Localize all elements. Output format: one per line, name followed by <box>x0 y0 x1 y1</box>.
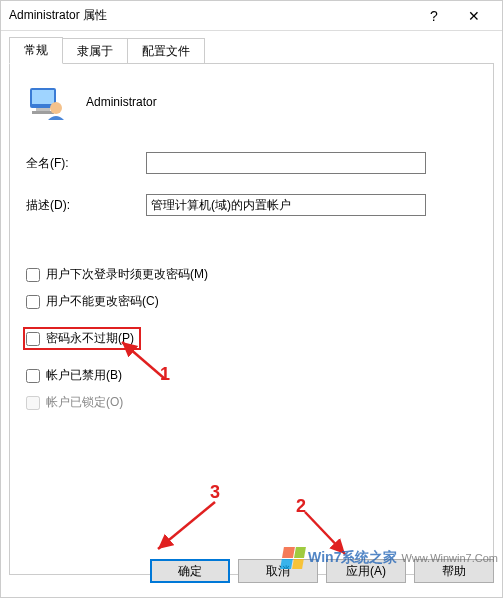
description-label: 描述(D): <box>26 197 146 214</box>
checkbox-locked-box <box>26 396 40 410</box>
help-icon[interactable]: ? <box>414 1 454 31</box>
close-icon[interactable]: ✕ <box>454 1 494 31</box>
window-title: Administrator 属性 <box>9 7 414 24</box>
titlebar: Administrator 属性 ? ✕ <box>1 1 502 31</box>
user-account-icon <box>26 82 66 122</box>
checkbox-cannotchange-label: 用户不能更改密码(C) <box>46 293 159 310</box>
svg-rect-2 <box>36 108 50 111</box>
checkbox-neverexpire[interactable]: 密码永不过期(P) <box>26 330 138 347</box>
properties-dialog: Administrator 属性 ? ✕ 常规 隶属于 配置文件 Adminis… <box>0 0 503 598</box>
field-description: 描述(D): <box>26 194 477 216</box>
annotation-3: 3 <box>210 482 220 503</box>
svg-rect-1 <box>32 90 54 104</box>
svg-line-6 <box>158 502 215 549</box>
checkbox-disabled-label: 帐户已禁用(B) <box>46 367 122 384</box>
tab-profile[interactable]: 配置文件 <box>127 38 205 64</box>
checkbox-locked-label: 帐户已锁定(O) <box>46 394 123 411</box>
ok-button[interactable]: 确定 <box>150 559 230 583</box>
cancel-button[interactable]: 取消 <box>238 559 318 583</box>
tabstrip: 常规 隶属于 配置文件 <box>1 31 502 63</box>
description-input[interactable] <box>146 194 426 216</box>
dialog-buttons: 确定 取消 应用(A) 帮助 <box>150 559 494 583</box>
svg-point-4 <box>50 102 62 114</box>
user-name: Administrator <box>86 95 157 109</box>
apply-button[interactable]: 应用(A) <box>326 559 406 583</box>
checkbox-locked: 帐户已锁定(O) <box>26 394 477 411</box>
checkbox-mustchange-box[interactable] <box>26 268 40 282</box>
annotation-2: 2 <box>296 496 306 517</box>
help-button[interactable]: 帮助 <box>414 559 494 583</box>
checkbox-cannotchange[interactable]: 用户不能更改密码(C) <box>26 293 477 310</box>
user-header: Administrator <box>26 82 477 122</box>
checkbox-mustchange[interactable]: 用户下次登录时须更改密码(M) <box>26 266 477 283</box>
fullname-label: 全名(F): <box>26 155 146 172</box>
tab-general[interactable]: 常规 <box>9 37 63 64</box>
annotation-arrow-3 <box>140 494 230 559</box>
fullname-input[interactable] <box>146 152 426 174</box>
tab-memberof[interactable]: 隶属于 <box>62 38 128 64</box>
checkbox-mustchange-label: 用户下次登录时须更改密码(M) <box>46 266 208 283</box>
checkbox-disabled[interactable]: 帐户已禁用(B) <box>26 367 477 384</box>
svg-line-7 <box>305 512 345 554</box>
field-fullname: 全名(F): <box>26 152 477 174</box>
annotation-arrow-2 <box>290 504 380 564</box>
tab-panel-general: Administrator 全名(F): 描述(D): 用户下次登录时须更改密码… <box>9 63 494 575</box>
checkbox-neverexpire-label: 密码永不过期(P) <box>46 330 134 347</box>
svg-rect-3 <box>32 111 54 114</box>
checkbox-disabled-box[interactable] <box>26 369 40 383</box>
checkbox-cannotchange-box[interactable] <box>26 295 40 309</box>
checkbox-neverexpire-box[interactable] <box>26 332 40 346</box>
